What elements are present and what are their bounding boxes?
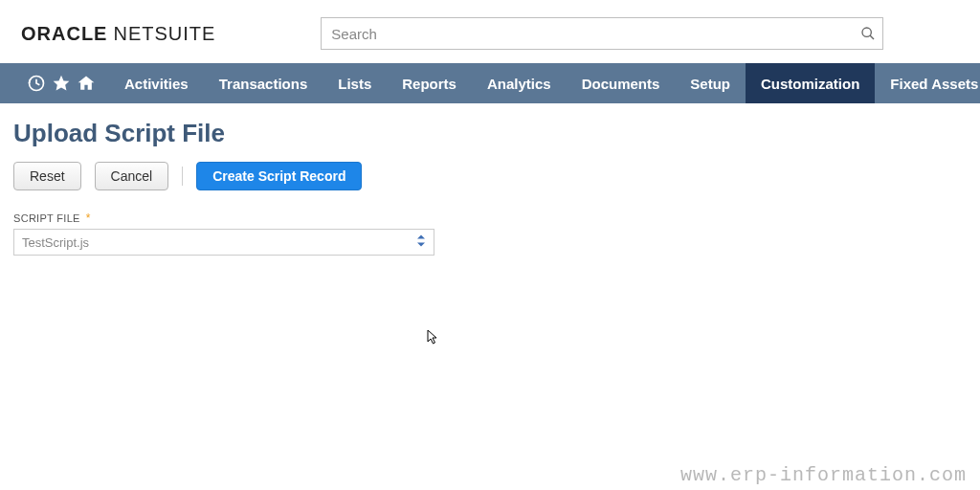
search-container: [321, 17, 883, 50]
cursor-icon: [427, 329, 440, 346]
nav-item-lists[interactable]: Lists: [323, 63, 387, 103]
nav-item-setup[interactable]: Setup: [675, 63, 746, 103]
nav-bar: Activities Transactions Lists Reports An…: [0, 63, 980, 103]
nav-item-customization[interactable]: Customization: [746, 63, 875, 103]
svg-line-1: [870, 35, 874, 39]
logo-netsuite-text: NETSUITE: [113, 23, 215, 45]
nav-item-reports[interactable]: Reports: [387, 63, 472, 103]
star-icon: [52, 74, 71, 93]
watermark-text: www.erp-information.com: [680, 464, 967, 486]
nav-item-analytics[interactable]: Analytics: [472, 63, 567, 103]
header-bar: ORACLE NETSUITE: [0, 0, 980, 63]
shortcuts-button[interactable]: [52, 63, 71, 103]
recent-records-button[interactable]: [27, 63, 46, 103]
nav-item-fixed-assets[interactable]: Fixed Assets: [875, 63, 980, 103]
script-file-field[interactable]: [13, 229, 434, 256]
create-script-record-button[interactable]: Create Script Record: [196, 162, 362, 190]
required-indicator: *: [86, 212, 91, 225]
logo-oracle-text: ORACLE: [21, 23, 107, 45]
svg-marker-3: [54, 76, 70, 91]
nav-item-activities[interactable]: Activities: [109, 63, 204, 103]
cancel-button[interactable]: Cancel: [95, 162, 169, 190]
script-file-input[interactable]: [13, 229, 434, 256]
logo: ORACLE NETSUITE: [21, 23, 215, 45]
svg-point-0: [862, 28, 871, 36]
home-icon: [77, 74, 96, 93]
nav-item-documents[interactable]: Documents: [567, 63, 676, 103]
nav-item-transactions[interactable]: Transactions: [204, 63, 323, 103]
clock-icon: [27, 74, 46, 93]
script-file-label: SCRIPT FILE *: [13, 212, 967, 225]
search-icon: [860, 26, 876, 41]
content-area: Upload Script File Reset Cancel Create S…: [0, 103, 980, 271]
search-input[interactable]: [321, 17, 883, 50]
page-title: Upload Script File: [13, 119, 967, 148]
reset-button[interactable]: Reset: [13, 162, 81, 190]
action-button-row: Reset Cancel Create Script Record: [13, 162, 967, 190]
home-button[interactable]: [77, 63, 96, 103]
button-divider: [182, 167, 183, 186]
script-file-label-text: SCRIPT FILE: [13, 212, 80, 224]
